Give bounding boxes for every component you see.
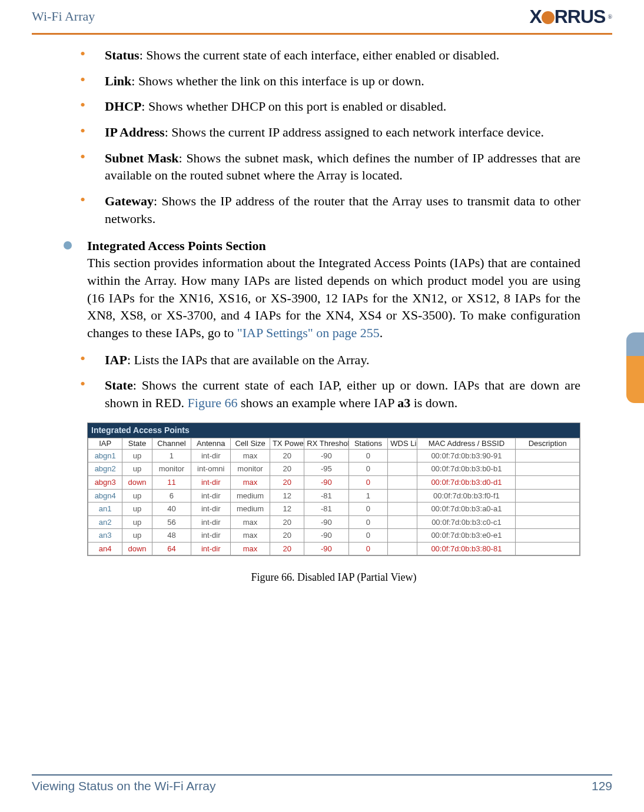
- iap-panel-title: Integrated Access Points: [88, 423, 580, 438]
- def-gateway-term: Gateway: [105, 194, 154, 208]
- table-cell: 48: [152, 529, 191, 543]
- table-cell: int-dir: [191, 489, 231, 502]
- table-cell: 00:0f:7d:0b:b3:f0-f1: [417, 489, 516, 502]
- table-cell: -90: [304, 529, 348, 543]
- section-bullet-icon: [64, 241, 72, 249]
- table-cell: -81: [304, 502, 348, 516]
- def-dhcp-text: : Shows whether DHCP on this port is ena…: [141, 99, 446, 114]
- def-iap-term: IAP: [105, 352, 127, 367]
- def-iap-text: : Lists the IAPs that are available on t…: [127, 352, 370, 367]
- footer-text: Viewing Status on the Wi-Fi Array: [32, 779, 215, 793]
- footer-rule: [32, 774, 612, 776]
- table-cell: 20: [270, 529, 304, 543]
- def-link-text: : Shows whether the link on this interfa…: [131, 74, 424, 88]
- definitions-list-2: IAP: Lists the IAPs that are available o…: [64, 351, 580, 412]
- table-cell: max: [231, 475, 270, 489]
- table-cell: 00:0f:7d:0b:b3:a0-a1: [417, 502, 516, 516]
- table-cell: [388, 462, 417, 476]
- table-cell: 20: [270, 475, 304, 489]
- iap-table-head: IAP State Channel Antenna Cell Size TX P…: [88, 438, 580, 449]
- page-footer: Viewing Status on the Wi-Fi Array 129: [32, 774, 612, 793]
- table-cell: [516, 449, 580, 462]
- logo-text-rest: RRUS: [555, 6, 606, 28]
- iap-section-title: Integrated Access Points Section: [87, 238, 266, 253]
- table-row: an3up48int-dirmax20-90000:0f:7d:0b:b3:e0…: [88, 529, 580, 543]
- iap-panel: Integrated Access Points IAP State Chann…: [87, 422, 580, 557]
- iap-settings-link[interactable]: "IAP Settings" on page 255: [237, 325, 380, 340]
- def-gateway-text: : Shows the IP address of the router tha…: [105, 194, 580, 226]
- table-cell: 00:0f:7d:0b:b3:c0-c1: [417, 515, 516, 529]
- table-cell: up: [122, 515, 152, 529]
- table-cell: up: [122, 449, 152, 462]
- table-cell: 6: [152, 489, 191, 502]
- iap-table-body: abgn1up1int-dirmax20-90000:0f:7d:0b:b3:9…: [88, 449, 580, 555]
- table-cell: max: [231, 542, 270, 555]
- table-cell: 40: [152, 502, 191, 516]
- table-cell: down: [122, 475, 152, 489]
- table-row: abgn1up1int-dirmax20-90000:0f:7d:0b:b3:9…: [88, 449, 580, 462]
- table-cell: 1: [152, 449, 191, 462]
- figure-link[interactable]: Figure 66: [188, 395, 238, 410]
- def-state-text-c: is down.: [410, 395, 457, 410]
- iap-section: Integrated Access Points Section This se…: [64, 237, 580, 342]
- table-cell: [516, 489, 580, 502]
- table-cell: 00:0f:7d:0b:b3:90-91: [417, 449, 516, 462]
- header-title: Wi-Fi Array: [32, 9, 95, 24]
- iap-section-body-b: .: [380, 325, 383, 340]
- def-gateway: Gateway: Shows the IP address of the rou…: [80, 192, 580, 227]
- page-number: 129: [592, 779, 612, 793]
- col-tx: TX Power: [270, 438, 304, 449]
- table-row: abgn4up6int-dirmedium12-81100:0f:7d:0b:b…: [88, 489, 580, 502]
- def-ip: IP Address: Shows the current IP address…: [80, 124, 580, 141]
- table-cell: 00:0f:7d:0b:b3:b0-b1: [417, 462, 516, 476]
- table-cell: 0: [348, 462, 388, 476]
- table-cell: 00:0f:7d:0b:b3:80-81: [417, 542, 516, 555]
- page-header: Wi-Fi Array X RRUS ®: [0, 0, 644, 33]
- table-cell: an3: [88, 529, 122, 543]
- table-cell: [516, 529, 580, 543]
- table-row: an1up40int-dirmedium12-81000:0f:7d:0b:b3…: [88, 502, 580, 516]
- table-cell: monitor: [152, 462, 191, 476]
- table-cell: [388, 515, 417, 529]
- table-cell: 20: [270, 515, 304, 529]
- side-tab-icon: [626, 332, 644, 403]
- table-row: abgn2upmonitorint-omnimonitor20-95000:0f…: [88, 462, 580, 476]
- table-cell: -90: [304, 542, 348, 555]
- def-dhcp: DHCP: Shows whether DHCP on this port is…: [80, 98, 580, 115]
- table-cell: medium: [231, 489, 270, 502]
- table-cell: -90: [304, 515, 348, 529]
- def-link: Link: Shows whether the link on this int…: [80, 72, 580, 90]
- table-cell: max: [231, 449, 270, 462]
- table-cell: down: [122, 542, 152, 555]
- table-cell: 0: [348, 475, 388, 489]
- def-dhcp-term: DHCP: [105, 99, 141, 114]
- col-rx: RX Threshold: [304, 438, 348, 449]
- table-cell: 00:0f:7d:0b:b3:d0-d1: [417, 475, 516, 489]
- table-cell: [388, 475, 417, 489]
- figure-66: Integrated Access Points IAP State Chann…: [87, 422, 580, 585]
- table-cell: 20: [270, 542, 304, 555]
- def-state-text-b: shows an example where IAP: [238, 395, 398, 410]
- table-cell: int-omni: [191, 462, 231, 476]
- table-cell: -81: [304, 489, 348, 502]
- def-status: Status: Shows the current state of each …: [80, 46, 580, 64]
- table-cell: abgn3: [88, 475, 122, 489]
- table-cell: up: [122, 462, 152, 476]
- def-status-text: : Shows the current state of each interf…: [140, 48, 499, 62]
- table-cell: abgn1: [88, 449, 122, 462]
- table-cell: [516, 542, 580, 555]
- table-cell: [388, 542, 417, 555]
- col-stations: Stations: [348, 438, 388, 449]
- def-status-term: Status: [105, 48, 140, 62]
- table-cell: int-dir: [191, 502, 231, 516]
- table-cell: an1: [88, 502, 122, 516]
- table-row: abgn3down11int-dirmax20-90000:0f:7d:0b:b…: [88, 475, 580, 489]
- table-cell: max: [231, 529, 270, 543]
- table-cell: 0: [348, 502, 388, 516]
- col-iap: IAP: [88, 438, 122, 449]
- definitions-list-1: Status: Shows the current state of each …: [64, 46, 580, 228]
- table-cell: 56: [152, 515, 191, 529]
- brand-logo: X RRUS ®: [529, 6, 612, 28]
- table-cell: medium: [231, 502, 270, 516]
- table-cell: [516, 502, 580, 516]
